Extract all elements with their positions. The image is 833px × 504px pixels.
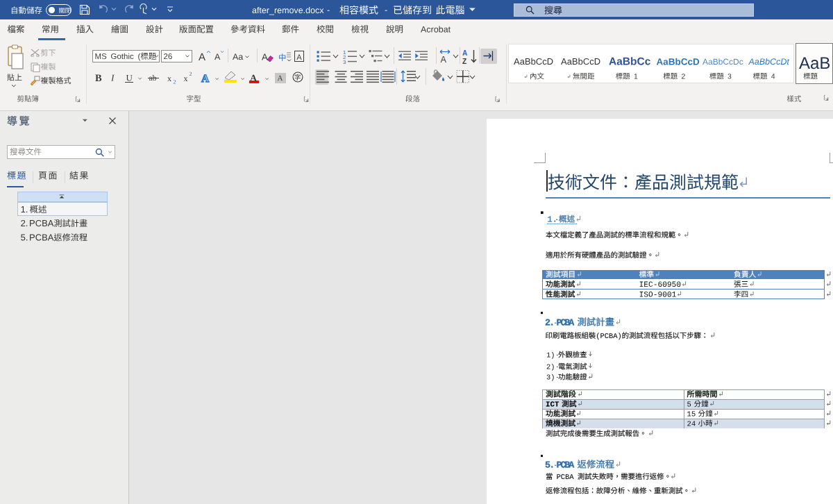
svg-text:Z: Z xyxy=(462,58,466,65)
svg-text:A: A xyxy=(441,55,447,64)
svg-text:3: 3 xyxy=(343,59,346,64)
svg-text:A: A xyxy=(462,49,467,57)
